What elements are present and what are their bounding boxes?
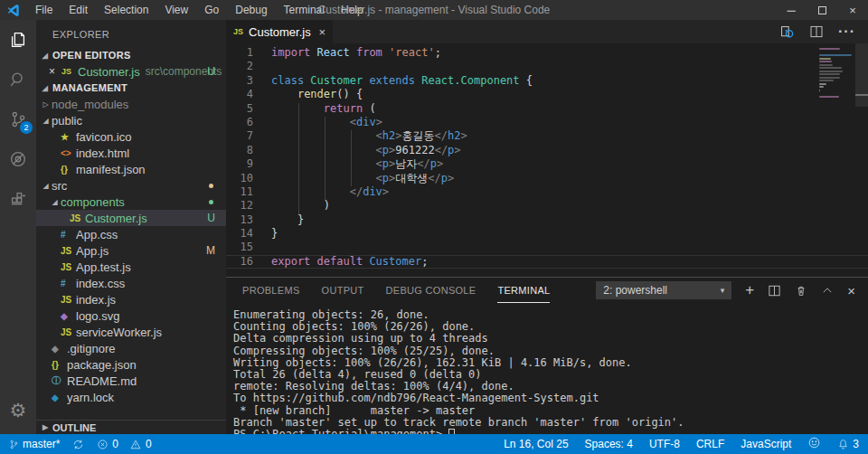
feedback-smiley-icon[interactable] — [807, 436, 821, 452]
new-terminal-icon[interactable]: + — [745, 281, 754, 299]
panel-tabs: PROBLEMSOUTPUTDEBUG CONSOLETERMINAL — [242, 278, 571, 303]
debug-icon[interactable] — [0, 139, 36, 179]
minimize-button[interactable]: ─ — [776, 0, 807, 20]
close-editor-icon[interactable]: × — [49, 65, 61, 78]
status-item[interactable]: UTF-8 — [649, 438, 680, 450]
chevron-expanded-icon: ◢ — [49, 198, 61, 206]
split-editor-icon[interactable] — [809, 24, 824, 39]
code-line: 5 return ( — [226, 102, 868, 116]
editor-scrollbar[interactable] — [855, 43, 868, 277]
settings-gear-icon[interactable]: ⚙ — [0, 394, 36, 427]
search-icon[interactable] — [0, 60, 36, 99]
status-item[interactable]: JavaScript — [741, 438, 791, 450]
more-actions-icon[interactable]: ··· — [838, 24, 855, 40]
close-panel-icon[interactable]: × — [847, 283, 855, 298]
line-number: 6 — [226, 116, 271, 129]
js-icon: JS — [61, 246, 76, 256]
tree-item[interactable]: ◆yarn.lock — [36, 389, 226, 405]
tree-item[interactable]: ◢src — [36, 177, 226, 194]
html-icon: <> — [61, 148, 76, 158]
open-editor-filename: Customer.js — [78, 65, 140, 79]
open-editors-section[interactable]: ◢ OPEN EDITORS — [36, 47, 226, 63]
tree-item[interactable]: JSApp.test.js — [36, 259, 226, 275]
minimap[interactable] — [819, 48, 854, 99]
tree-item[interactable]: ▷node_modules — [36, 96, 226, 112]
git-status-badge: U — [207, 212, 215, 224]
open-editor-item[interactable]: × JS Customer.js src\components U — [36, 63, 226, 80]
menu-terminal[interactable]: Terminal — [276, 0, 333, 20]
status-item[interactable]: CRLF — [696, 438, 724, 450]
tree-item[interactable]: JSCustomer.jsU — [36, 210, 226, 226]
tree-item[interactable]: ◆logo.svg — [36, 307, 226, 324]
code-line: 13 } — [226, 213, 868, 227]
code-line: 14} — [226, 227, 868, 241]
menu-go[interactable]: Go — [196, 0, 227, 20]
problems-indicator[interactable]: 0 0 — [97, 438, 151, 450]
status-bar: master* 0 0 Ln 16, Col 25Spaces: 4UTF-8C… — [0, 434, 868, 454]
scrollbar-thumb[interactable] — [855, 43, 868, 107]
menu-debug[interactable]: Debug — [227, 0, 275, 20]
tree-item[interactable]: ⓘREADME.md — [36, 373, 226, 389]
error-icon — [97, 439, 108, 450]
sync-icon — [72, 439, 84, 450]
sync-button[interactable] — [72, 439, 84, 450]
tree-item[interactable]: <>index.html — [36, 145, 226, 161]
minimap-line — [819, 83, 826, 85]
open-changes-icon[interactable] — [779, 24, 795, 40]
minimap-line — [819, 73, 840, 75]
chevron-expanded-icon: ◢ — [40, 182, 52, 190]
panel-tab-problems[interactable]: PROBLEMS — [242, 278, 300, 303]
terminal-shell-select[interactable]: 2: powershell ▾ — [596, 281, 731, 299]
outline-section[interactable]: ▶ OUTLINE — [36, 420, 226, 434]
kill-terminal-icon[interactable] — [795, 284, 807, 298]
git-status-badge: M — [206, 244, 215, 257]
line-number: 1 — [226, 46, 271, 60]
explorer-icon[interactable] — [0, 20, 36, 60]
tab-close-icon[interactable]: × — [318, 25, 326, 39]
git-branch-indicator[interactable]: master* — [9, 438, 60, 450]
status-item[interactable]: Spaces: 4 — [585, 438, 633, 450]
panel-tab-output[interactable]: OUTPUT — [322, 278, 364, 303]
yarn-icon: ◆ — [52, 393, 67, 402]
menu-edit[interactable]: Edit — [61, 0, 96, 20]
tree-item[interactable]: JSindex.js — [36, 291, 226, 307]
tree-item[interactable]: ◢public — [36, 112, 226, 128]
code-lines: 1import React from 'react';23class Custo… — [226, 43, 868, 269]
tree-item[interactable]: ★favicon.ico — [36, 128, 226, 145]
tree-item-label: index.html — [76, 147, 129, 160]
notifications-bell[interactable]: 3 — [837, 438, 859, 450]
tree-item-label: App.js — [76, 244, 108, 258]
menu-help[interactable]: Help — [333, 0, 372, 20]
minimap-line — [819, 64, 833, 66]
panel-tab-terminal[interactable]: TERMINAL — [497, 278, 550, 303]
tree-item[interactable]: ◈.gitignore — [36, 340, 226, 356]
project-section[interactable]: ◢ MANAGEMENT — [36, 80, 226, 96]
tree-item[interactable]: {}package.json — [36, 356, 226, 373]
sidebar-title: EXPLORER — [36, 20, 226, 47]
source-control-icon[interactable]: 2 — [0, 99, 36, 139]
tree-item-label: favicon.ico — [76, 130, 131, 144]
tree-item[interactable]: ◢components — [36, 194, 226, 210]
tree-item[interactable]: JSApp.jsM — [36, 242, 226, 259]
tree-item[interactable]: JSserviceWorker.js — [36, 324, 226, 340]
tree-item[interactable]: #App.css — [36, 226, 226, 242]
panel-tab-debug-console[interactable]: DEBUG CONSOLE — [386, 278, 476, 303]
tab-customer-js[interactable]: JS Customer.js × — [226, 20, 333, 43]
tree-item[interactable]: {}manifest.json — [36, 161, 226, 177]
extensions-icon[interactable] — [0, 179, 36, 219]
menu-view[interactable]: View — [156, 0, 196, 20]
status-item[interactable]: Ln 16, Col 25 — [504, 438, 568, 450]
maximize-panel-icon[interactable] — [821, 284, 834, 297]
tree-item[interactable]: #index.css — [36, 275, 226, 291]
menu-file[interactable]: File — [27, 0, 61, 20]
tree-item-label: .gitignore — [67, 342, 115, 355]
maximize-button[interactable] — [807, 0, 837, 20]
terminal-output[interactable]: Enumerating objects: 26, done.Counting o… — [226, 303, 868, 434]
tree-item-label: App.test.js — [76, 260, 131, 274]
split-terminal-icon[interactable] — [768, 284, 781, 298]
code-editor[interactable]: 1import React from 'react';23class Custo… — [226, 43, 868, 277]
chevron-down-icon: ▾ — [721, 286, 725, 295]
json-icon: {} — [61, 165, 76, 175]
menu-selection[interactable]: Selection — [96, 0, 156, 20]
close-button[interactable]: × — [837, 0, 868, 20]
